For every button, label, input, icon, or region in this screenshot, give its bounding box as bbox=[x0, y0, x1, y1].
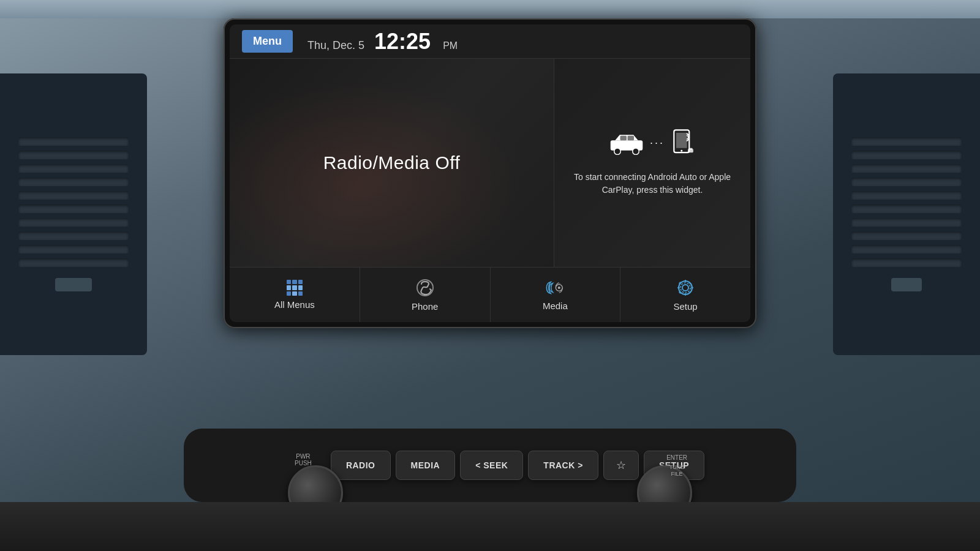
media-status-text: Radio/Media Off bbox=[323, 152, 461, 173]
vent-slat bbox=[18, 178, 129, 186]
physical-controls: PWR PUSH RADIO MEDIA < SEEK TRACK > ☆ SE… bbox=[184, 429, 796, 502]
vent-slat bbox=[18, 204, 129, 213]
vent-slat bbox=[851, 258, 962, 267]
bottom-navigation: All Menus Phone bbox=[230, 267, 750, 322]
smartphone-icon bbox=[669, 129, 696, 156]
seek-button[interactable]: < SEEK bbox=[460, 451, 523, 480]
vent-slat bbox=[18, 137, 129, 146]
vent-slat bbox=[851, 218, 962, 227]
screen-bezel: Menu Thu, Dec. 5 12:25 PM Radio/Media Of… bbox=[224, 18, 756, 328]
vent-slat bbox=[851, 137, 962, 146]
vent-slat bbox=[18, 258, 129, 267]
main-content-area: Radio/Media Off ··· bbox=[230, 59, 750, 267]
date-display: Thu, Dec. 5 bbox=[307, 39, 364, 52]
vent-slat bbox=[18, 245, 129, 253]
ampm-display: PM bbox=[443, 40, 458, 51]
svg-rect-18 bbox=[677, 287, 680, 288]
connect-icons-container: ··· bbox=[608, 129, 696, 156]
pwr-push-label: PWR PUSH bbox=[276, 453, 331, 467]
svg-point-12 bbox=[558, 287, 560, 289]
svg-rect-6 bbox=[676, 133, 687, 148]
enter-label: ENTER bbox=[649, 454, 704, 461]
phone-icon bbox=[415, 278, 435, 298]
nav-label-all-menus: All Menus bbox=[274, 299, 315, 310]
svg-point-1 bbox=[614, 148, 621, 155]
dots-separator: ··· bbox=[650, 137, 665, 149]
vent-slat bbox=[851, 204, 962, 213]
dashboard-bottom bbox=[0, 502, 980, 551]
header-bar: Menu Thu, Dec. 5 12:25 PM bbox=[230, 24, 750, 59]
svg-rect-9 bbox=[689, 148, 693, 150]
infotainment-screen: Menu Thu, Dec. 5 12:25 PM Radio/Media Of… bbox=[230, 24, 750, 322]
menu-button[interactable]: Menu bbox=[242, 30, 293, 53]
nav-item-phone[interactable]: Phone bbox=[360, 268, 491, 322]
svg-rect-16 bbox=[685, 280, 686, 282]
vent-slat bbox=[851, 151, 962, 159]
radio-button[interactable]: RADIO bbox=[331, 451, 391, 480]
vent-slat bbox=[851, 164, 962, 173]
nav-item-all-menus[interactable]: All Menus bbox=[230, 268, 360, 322]
nav-label-media: Media bbox=[543, 301, 568, 311]
connect-description: To start connecting Android Auto or Appl… bbox=[567, 171, 738, 197]
media-status-panel: Radio/Media Off bbox=[230, 59, 554, 267]
vent-slat bbox=[851, 178, 962, 186]
favorite-button[interactable]: ☆ bbox=[603, 451, 639, 480]
date-time-display: Thu, Dec. 5 12:25 PM bbox=[307, 29, 458, 54]
car-icon bbox=[608, 130, 645, 155]
android-auto-carplay-panel[interactable]: ··· To start connecting Android A bbox=[554, 59, 750, 267]
media-icon bbox=[545, 279, 565, 297]
svg-rect-19 bbox=[691, 287, 693, 288]
vent-slat bbox=[18, 231, 129, 240]
vent-direction-control[interactable] bbox=[55, 278, 92, 291]
svg-rect-17 bbox=[685, 293, 686, 296]
svg-rect-3 bbox=[620, 136, 627, 141]
svg-point-13 bbox=[682, 285, 688, 291]
vent-slat bbox=[851, 245, 962, 253]
vent-direction-control[interactable] bbox=[891, 278, 922, 291]
vent-slat bbox=[851, 231, 962, 240]
time-display: 12:25 bbox=[374, 29, 431, 54]
nav-item-setup[interactable]: Setup bbox=[620, 268, 750, 322]
svg-rect-4 bbox=[627, 136, 634, 141]
vent-slat bbox=[851, 191, 962, 200]
vent-slat bbox=[18, 218, 129, 227]
svg-point-2 bbox=[633, 148, 639, 155]
media-button[interactable]: MEDIA bbox=[396, 451, 456, 480]
vent-slat bbox=[18, 191, 129, 200]
dashboard-top bbox=[0, 0, 980, 18]
nav-label-setup: Setup bbox=[674, 301, 698, 312]
vent-slat bbox=[18, 151, 129, 159]
vent-btn[interactable] bbox=[891, 278, 922, 291]
track-button[interactable]: TRACK > bbox=[528, 451, 598, 480]
tune-file-label: TUNE FILE bbox=[649, 464, 704, 478]
left-vent bbox=[0, 73, 147, 355]
vent-slat bbox=[18, 164, 129, 173]
gear-icon bbox=[676, 278, 695, 298]
nav-label-phone: Phone bbox=[412, 301, 438, 312]
right-vent bbox=[833, 73, 980, 355]
nav-item-media[interactable]: Media bbox=[491, 268, 621, 322]
grid-icon bbox=[287, 280, 303, 296]
svg-point-7 bbox=[680, 150, 682, 152]
